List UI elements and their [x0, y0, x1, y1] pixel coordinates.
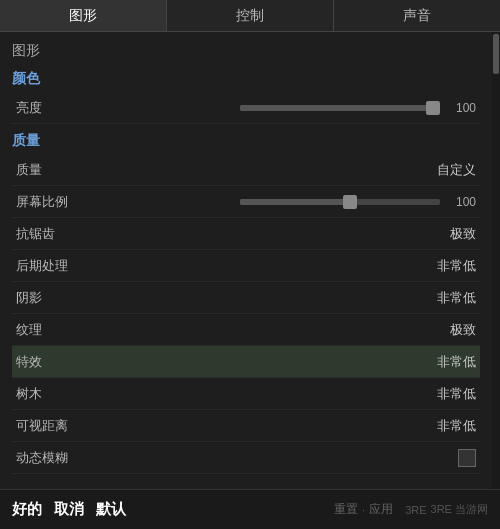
screen-ratio-fill [240, 199, 350, 205]
label-brightness: 亮度 [16, 99, 96, 117]
setting-row-trees[interactable]: 树木 非常低 [12, 378, 480, 410]
bottom-bar: 好的 取消 默认 重置 · 应用 3RE 3RE 当游网 [0, 489, 500, 529]
scrollbar[interactable] [492, 32, 500, 489]
tab-bar: 图形 控制 声音 [0, 0, 500, 32]
value-texture: 极致 [450, 321, 476, 339]
screen-ratio-track[interactable] [240, 199, 440, 205]
setting-row-screen-ratio: 屏幕比例 100 [12, 186, 480, 218]
settings-panel: 图形 颜色 亮度 100 质量 质量 自定义 屏幕比例 [0, 32, 492, 489]
value-view-distance: 非常低 [437, 417, 476, 435]
section-quality: 质量 [12, 132, 480, 150]
label-screen-ratio: 屏幕比例 [16, 193, 96, 211]
setting-row-view-distance[interactable]: 可视距离 非常低 [12, 410, 480, 442]
label-shadow: 阴影 [16, 289, 96, 307]
label-view-distance: 可视距离 [16, 417, 96, 435]
panel-title: 图形 [12, 40, 480, 62]
label-motion-blur: 动态模糊 [16, 449, 96, 467]
setting-row-effects[interactable]: 特效 非常低 [12, 346, 480, 378]
separator: · [362, 504, 365, 516]
label-antialiasing: 抗锯齿 [16, 225, 96, 243]
main-content: 图形 颜色 亮度 100 质量 质量 自定义 屏幕比例 [0, 32, 500, 489]
setting-row-postprocess[interactable]: 后期处理 非常低 [12, 250, 480, 282]
setting-row-brightness: 亮度 100 [12, 92, 480, 124]
setting-row-quality[interactable]: 质量 自定义 [12, 154, 480, 186]
setting-row-motion-blur[interactable]: 动态模糊 [12, 442, 480, 474]
setting-row-shadow[interactable]: 阴影 非常低 [12, 282, 480, 314]
section-color: 颜色 [12, 70, 480, 88]
screen-ratio-slider-container[interactable]: 100 [240, 195, 476, 209]
apply-label: 应用 [369, 501, 393, 518]
brightness-slider-track[interactable] [240, 105, 440, 111]
bottom-right-area: 重置 · 应用 3RE 3RE 当游网 [334, 501, 488, 518]
motion-blur-checkbox[interactable] [458, 449, 476, 467]
cancel-button[interactable]: 取消 [54, 500, 84, 519]
value-trees: 非常低 [437, 385, 476, 403]
tab-audio[interactable]: 声音 [334, 0, 500, 31]
brightness-slider-fill [240, 105, 440, 111]
screen-ratio-value: 100 [448, 195, 476, 209]
brightness-value: 100 [448, 101, 476, 115]
screen-ratio-thumb[interactable] [343, 195, 357, 209]
scrollbar-thumb[interactable] [493, 34, 499, 74]
value-postprocess: 非常低 [437, 257, 476, 275]
brightness-slider-container[interactable]: 100 [240, 101, 476, 115]
brightness-slider-thumb[interactable] [426, 101, 440, 115]
label-postprocess: 后期处理 [16, 257, 96, 275]
watermark-site: 3RE 当游网 [431, 502, 488, 517]
setting-row-texture[interactable]: 纹理 极致 [12, 314, 480, 346]
value-shadow: 非常低 [437, 289, 476, 307]
bottom-actions: 好的 取消 默认 [12, 500, 126, 519]
watermark-text: 3RE [405, 504, 426, 516]
label-effects: 特效 [16, 353, 96, 371]
tab-controls[interactable]: 控制 [167, 0, 334, 31]
reset-label: 重置 [334, 501, 358, 518]
tab-graphics[interactable]: 图形 [0, 0, 167, 31]
ok-button[interactable]: 好的 [12, 500, 42, 519]
label-texture: 纹理 [16, 321, 96, 339]
value-quality: 自定义 [437, 161, 476, 179]
default-button[interactable]: 默认 [96, 500, 126, 519]
label-quality: 质量 [16, 161, 96, 179]
value-effects: 非常低 [437, 353, 476, 371]
label-trees: 树木 [16, 385, 96, 403]
setting-row-antialiasing[interactable]: 抗锯齿 极致 [12, 218, 480, 250]
value-antialiasing: 极致 [450, 225, 476, 243]
